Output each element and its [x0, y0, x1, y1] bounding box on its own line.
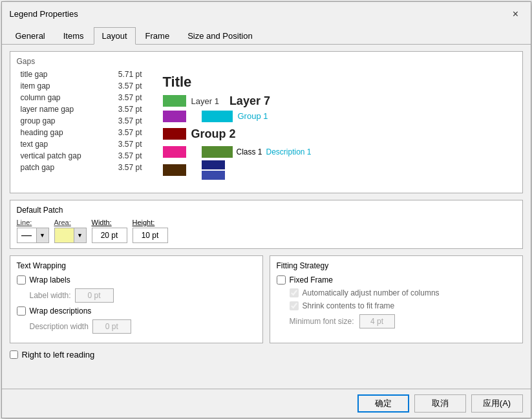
dialog-title: Legend Properties — [10, 9, 78, 19]
auto-columns-label: Automatically adjust number of columns — [303, 288, 440, 297]
rtl-row: Right to left reading — [10, 350, 523, 360]
line-group: Line: — ▼ — [17, 219, 49, 243]
wrap-labels-label: Wrap labels — [30, 275, 70, 285]
label-width-input[interactable] — [75, 288, 114, 303]
description-width-row: Description width — [30, 319, 256, 334]
group2-label: Group 2 — [191, 127, 236, 141]
magenta-swatch — [163, 146, 186, 158]
fitting-strategy-section: Fitting Strategy Fixed Frame Automatical… — [270, 255, 523, 343]
layer1-row: Layer 1 Layer 7 — [163, 94, 505, 108]
cancel-button[interactable]: 取消 — [414, 394, 466, 413]
label-width-label: Label width: — [30, 291, 71, 300]
area-label: Area: — [54, 219, 87, 226]
table-row: vertical patch gap3.57 pt — [17, 150, 146, 162]
wrap-descriptions-checkbox[interactable] — [17, 306, 26, 316]
shrink-contents-label: Shrink contents to fit frame — [303, 301, 395, 310]
area-combo[interactable]: ▼ — [54, 228, 87, 243]
gap-value: 3.57 pt — [105, 80, 146, 92]
legend-properties-dialog: Legend Properties × General Items Layout… — [1, 1, 531, 418]
gap-name: item gap — [17, 80, 105, 92]
ok-button[interactable]: 确定 — [357, 394, 409, 413]
apply-button[interactable]: 应用(A) — [471, 394, 523, 413]
group1-inline: Group 1 — [202, 111, 268, 122]
area-preview — [55, 228, 74, 242]
tab-frame[interactable]: Frame — [137, 27, 178, 45]
dark-brown-swatch — [163, 164, 186, 176]
layer1-swatch — [163, 95, 186, 107]
gap-name: text gap — [17, 138, 105, 150]
legend-preview: Title Layer 1 Layer 7 Group 1 — [153, 69, 516, 188]
default-patch-label: Default Patch — [17, 206, 516, 215]
table-row: group gap3.57 pt — [17, 115, 146, 127]
table-row: patch gap3.57 pt — [17, 162, 146, 173]
min-font-size-label: Minimum font size: — [290, 317, 354, 326]
gap-value: 3.57 pt — [105, 103, 146, 115]
dialog-footer: 确定 取消 应用(A) — [2, 389, 531, 418]
fitting-strategy-title: Fitting Strategy — [277, 261, 516, 270]
gap-name: patch gap — [17, 162, 105, 173]
patch-row: Line: — ▼ Area: ▼ Width — [17, 219, 516, 243]
gap-name: layer name gap — [17, 103, 105, 115]
table-row: layer name gap3.57 pt — [17, 103, 146, 115]
description1-label: Description 1 — [266, 147, 312, 156]
tab-size-and-position[interactable]: Size and Position — [179, 27, 261, 45]
dark-blue-swatch2 — [202, 171, 225, 180]
text-wrapping-title: Text Wrapping — [17, 261, 256, 270]
gaps-table: title gap5.71 ptitem gap3.57 ptcolumn ga… — [17, 69, 146, 173]
area-dropdown-btn[interactable]: ▼ — [74, 228, 86, 242]
gap-name: title gap — [17, 69, 105, 80]
layer7-label: Layer 7 — [229, 94, 270, 108]
class1-swatch — [202, 146, 233, 158]
min-font-size-row: Minimum font size: — [290, 314, 516, 328]
gaps-section: Gaps title gap5.71 ptitem gap3.57 ptcolu… — [10, 51, 523, 193]
gaps-label: Gaps — [17, 57, 516, 66]
fixed-frame-checkbox[interactable] — [277, 275, 286, 285]
table-row: text gap3.57 pt — [17, 138, 146, 150]
close-button[interactable]: × — [509, 7, 523, 21]
tab-layout[interactable]: Layout — [94, 27, 136, 45]
tabs-container: General Items Layout Frame Size and Posi… — [2, 27, 531, 45]
gaps-inner: title gap5.71 ptitem gap3.57 ptcolumn ga… — [17, 69, 516, 188]
tab-items[interactable]: Items — [55, 27, 92, 45]
wrap-descriptions-row: Wrap descriptions — [17, 306, 256, 316]
table-row: heading gap3.57 pt — [17, 127, 146, 138]
line-dropdown-btn[interactable]: ▼ — [37, 228, 48, 242]
group1-swatch — [202, 111, 233, 122]
class1-row: Class 1 Description 1 — [163, 146, 505, 158]
layer7-swatch — [163, 111, 186, 122]
width-input[interactable] — [92, 228, 127, 243]
table-row: title gap5.71 pt — [17, 69, 146, 80]
text-wrapping-section: Text Wrapping Wrap labels Label width: W… — [10, 255, 263, 343]
min-font-size-input[interactable] — [359, 314, 395, 328]
line-combo[interactable]: — ▼ — [17, 228, 49, 243]
default-patch-section: Default Patch Line: — ▼ Area: ▼ — [10, 200, 523, 249]
width-group: Width: — [92, 219, 127, 243]
wrap-labels-checkbox[interactable] — [17, 275, 26, 285]
label-width-row: Label width: — [30, 288, 256, 303]
height-input[interactable] — [133, 228, 168, 243]
group2-row: Group 2 — [163, 125, 505, 144]
shrink-contents-checkbox[interactable] — [290, 301, 299, 310]
gaps-table-wrap: title gap5.71 ptitem gap3.57 ptcolumn ga… — [17, 69, 146, 188]
gap-value: 3.57 pt — [105, 150, 146, 162]
description-width-input[interactable] — [92, 319, 131, 334]
title-bar: Legend Properties × — [2, 2, 531, 27]
rtl-checkbox[interactable] — [10, 350, 18, 359]
gap-value: 3.57 pt — [105, 115, 146, 127]
wrap-descriptions-label: Wrap descriptions — [30, 306, 92, 316]
auto-columns-row: Automatically adjust number of columns — [290, 288, 516, 297]
fixed-frame-label: Fixed Frame — [290, 275, 333, 285]
shrink-contents-row: Shrink contents to fit frame — [290, 301, 516, 310]
tab-content: Gaps title gap5.71 ptitem gap3.57 ptcolu… — [2, 45, 531, 389]
gap-name: group gap — [17, 115, 105, 127]
tab-general[interactable]: General — [7, 27, 54, 45]
table-row: column gap3.57 pt — [17, 92, 146, 103]
group1-row: Group 1 — [163, 111, 505, 122]
height-label: Height: — [133, 219, 168, 226]
width-label: Width: — [92, 219, 127, 226]
fixed-frame-row: Fixed Frame — [277, 275, 516, 285]
gap-value: 3.57 pt — [105, 92, 146, 103]
description-width-label: Description width — [30, 322, 89, 331]
auto-columns-checkbox[interactable] — [290, 288, 299, 297]
gap-value: 3.57 pt — [105, 162, 146, 173]
